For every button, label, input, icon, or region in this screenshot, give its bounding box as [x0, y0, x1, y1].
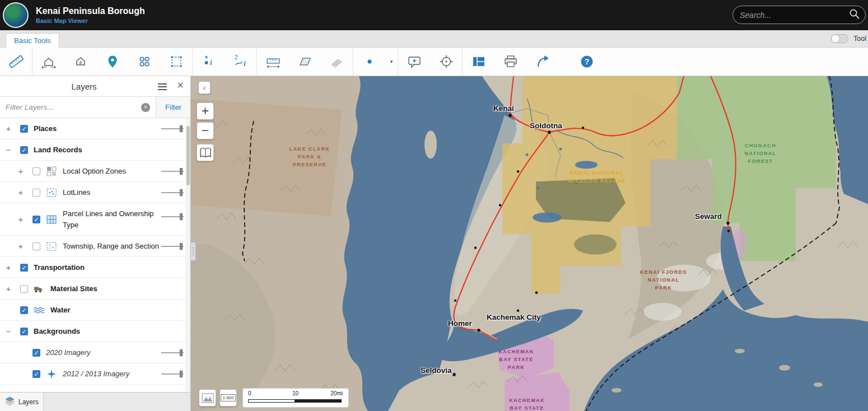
layer-checkbox[interactable]	[32, 189, 40, 197]
clear-filter-icon[interactable]: ×	[141, 103, 150, 112]
layer-row-local-option-zones: + Local Option Zones	[0, 161, 190, 182]
select-rectangle-icon[interactable]	[160, 48, 192, 76]
collapse-icon[interactable]: −	[4, 326, 12, 336]
toolbar-toggle[interactable]	[831, 34, 848, 43]
svg-text:i: i	[210, 58, 212, 67]
app-header: Kenai Peninsula Borough Basic Map Viewer	[0, 0, 868, 30]
slider-thumb[interactable]	[180, 371, 183, 377]
layer-checkbox[interactable]	[20, 285, 28, 293]
opacity-slider[interactable]	[161, 189, 184, 196]
measure-ruler-icon[interactable]	[0, 48, 32, 76]
point-style-icon[interactable]	[353, 48, 385, 76]
measure-area-icon[interactable]	[289, 48, 321, 76]
layer-row-lotlines: + LotLines	[0, 182, 190, 203]
layer-label: 2012 / 2013 Imagery	[63, 370, 129, 378]
export-drawing-icon[interactable]	[526, 48, 558, 76]
help-icon[interactable]: ?	[571, 48, 603, 76]
cluster-points-icon[interactable]	[128, 48, 160, 76]
slider-thumb[interactable]	[180, 168, 183, 175]
layers-footer-tab[interactable]: Layers	[0, 393, 44, 411]
city-label-seward: Seward	[695, 212, 722, 221]
layer-checkbox[interactable]	[32, 242, 40, 250]
filter-button[interactable]: Filter	[156, 97, 190, 118]
toolbar: # i 2i ▾ ?	[0, 48, 868, 76]
layer-checkbox[interactable]	[20, 306, 28, 314]
layer-checkbox[interactable]	[20, 264, 28, 272]
filter-layers-input[interactable]	[0, 97, 156, 118]
slider-thumb[interactable]	[180, 189, 183, 196]
panel-close-icon[interactable]: ×	[177, 79, 184, 92]
opacity-slider[interactable]	[161, 371, 184, 377]
expand-icon[interactable]: +	[4, 124, 12, 133]
layer-checkbox[interactable]	[32, 167, 40, 175]
layer-row-2020-imagery: 2020 Imagery	[0, 342, 190, 363]
area-label-kachemak-park: KACHEMAK BAY STATE PARK	[498, 348, 534, 372]
layer-checkbox[interactable]	[20, 146, 28, 154]
scale-ratio-button[interactable]: 1:500	[220, 389, 237, 407]
panel-edge-handle[interactable]	[191, 242, 196, 261]
measure-distance-icon[interactable]	[257, 48, 289, 76]
layer-checkbox[interactable]	[20, 125, 28, 133]
collapse-panel-button[interactable]: ‹	[198, 81, 211, 94]
search-icon[interactable]	[848, 8, 861, 22]
expand-icon[interactable]: +	[4, 263, 12, 272]
identify-point-icon[interactable]: i	[193, 48, 225, 76]
panel-layout-icon[interactable]	[463, 48, 494, 76]
collapse-icon[interactable]: −	[4, 145, 12, 155]
bookmarks-button[interactable]	[197, 144, 214, 161]
point-style-dropdown-icon[interactable]: ▾	[385, 48, 398, 76]
tab-bar: Basic Tools Tool	[0, 30, 868, 48]
expand-icon[interactable]: +	[17, 166, 25, 176]
eraser-icon[interactable]	[321, 48, 353, 76]
layer-row-land-records: − Land Records	[0, 139, 190, 161]
opacity-slider[interactable]	[161, 349, 184, 356]
city-label-homer: Homer	[448, 319, 472, 328]
area-label-lake-clark: LAKE CLARK PARK & PRESERVE	[290, 146, 330, 169]
layer-checkbox[interactable]	[32, 216, 40, 223]
expand-icon[interactable]: +	[17, 214, 25, 224]
expand-icon[interactable]: +	[17, 188, 25, 197]
move-house-icon[interactable]	[32, 48, 64, 76]
slider-thumb[interactable]	[180, 349, 183, 356]
layer-label: Transportation	[34, 263, 85, 272]
layer-checkbox[interactable]	[20, 328, 28, 335]
tab-basic-tools[interactable]: Basic Tools	[6, 33, 59, 48]
overview-map-button[interactable]	[199, 389, 216, 407]
layer-label: Backgrounds	[34, 327, 80, 335]
layer-checkbox[interactable]	[32, 370, 40, 378]
opacity-slider[interactable]	[161, 243, 184, 250]
expand-icon[interactable]: +	[4, 284, 12, 293]
map-canvas[interactable]: Kenai Soldotna Seward Homer Kachemak Cit…	[191, 76, 868, 411]
layer-row-parcel-lines: + Parcel Lines and Ownership Type	[0, 203, 190, 236]
panel-menu-icon[interactable]	[158, 83, 167, 90]
area-label-chugach: CHUGACH NATIONAL FOREST	[744, 142, 776, 166]
opacity-slider[interactable]	[161, 125, 184, 132]
layer-label: Material Sites	[50, 284, 97, 293]
toggle-knob[interactable]	[831, 34, 840, 43]
find-coordinates-icon[interactable]	[430, 48, 462, 76]
slider-thumb[interactable]	[180, 213, 183, 220]
expand-icon[interactable]: +	[17, 241, 25, 251]
zoom-in-button[interactable]: +	[197, 102, 214, 120]
area-label-kachemak-park-2: KACHEMAK BAY STATE PARK	[509, 397, 545, 411]
scrollbar-thumb[interactable]	[186, 126, 190, 185]
add-callout-icon[interactable]	[398, 48, 430, 76]
layer-checkbox[interactable]	[32, 349, 40, 357]
slider-thumb[interactable]	[180, 125, 183, 132]
zoom-out-button[interactable]: −	[197, 122, 214, 139]
area-label-kenai-refuge: KENAI NATIONAL WILDLIFE REFUGE	[568, 170, 626, 185]
slider-thumb[interactable]	[180, 243, 183, 250]
location-pin-icon[interactable]	[96, 48, 128, 76]
opacity-slider[interactable]	[161, 213, 184, 220]
identify-line-icon[interactable]: 2i	[225, 48, 256, 76]
layer-label: Land Records	[34, 146, 82, 154]
layer-row-material-sites: + Material Sites	[0, 278, 190, 300]
scale-bar-graphic	[248, 399, 342, 403]
opacity-slider[interactable]	[161, 168, 184, 175]
house-number-icon[interactable]: #	[64, 48, 96, 76]
panel-footer: Layers	[0, 392, 190, 411]
panel-scrollbar[interactable]	[185, 118, 190, 391]
print-icon[interactable]	[494, 48, 526, 76]
search-input[interactable]	[735, 11, 848, 20]
layer-label: Parcel Lines and Ownership Type	[63, 208, 159, 230]
